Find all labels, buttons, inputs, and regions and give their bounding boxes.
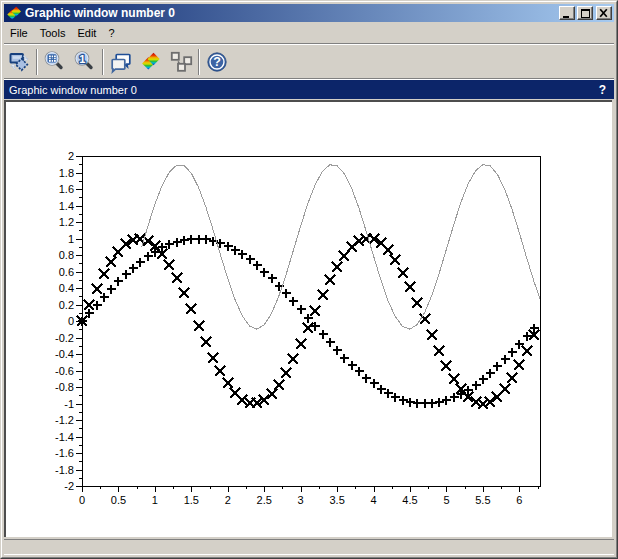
svg-text:-1.6: -1.6	[55, 447, 74, 459]
svg-text:-0.2: -0.2	[55, 332, 74, 344]
svg-text:3.5: 3.5	[329, 494, 344, 506]
svg-text:-0.8: -0.8	[55, 381, 74, 393]
svg-text:0.8: 0.8	[59, 249, 74, 261]
svg-text:5: 5	[443, 494, 449, 506]
svg-text:1: 1	[68, 233, 74, 245]
svg-text:-1.2: -1.2	[55, 414, 74, 426]
series-sin(x)	[78, 235, 539, 408]
svg-text:0: 0	[79, 494, 85, 506]
svg-text:-0.6: -0.6	[55, 365, 74, 377]
axes-and-ticks	[76, 156, 540, 492]
svg-text:1: 1	[152, 494, 158, 506]
statusbar	[4, 539, 614, 555]
svg-text:-1.4: -1.4	[55, 431, 74, 443]
tick-labels: 00.511.522.533.544.555.5621.81.61.41.210…	[55, 150, 522, 506]
svg-text:5.5: 5.5	[475, 494, 490, 506]
svg-text:0.5: 0.5	[111, 494, 126, 506]
svg-text:-1: -1	[64, 398, 74, 410]
svg-text:1.6: 1.6	[59, 183, 74, 195]
series-thin-gray-sine	[142, 165, 540, 330]
svg-text:-2: -2	[64, 480, 74, 492]
plot-axes: 00.511.522.533.544.555.5621.81.61.41.210…	[0, 0, 618, 559]
svg-text:0.4: 0.4	[59, 282, 74, 294]
svg-text:1.4: 1.4	[59, 200, 74, 212]
svg-text:2: 2	[68, 150, 74, 162]
graphic-window: Graphic window number 0 File Tools Edit …	[0, 0, 618, 559]
svg-text:6: 6	[516, 494, 522, 506]
svg-text:2: 2	[225, 494, 231, 506]
svg-text:0: 0	[68, 315, 74, 327]
svg-text:4.5: 4.5	[402, 494, 417, 506]
svg-text:-0.4: -0.4	[55, 348, 74, 360]
svg-text:4: 4	[371, 494, 377, 506]
svg-text:1.8: 1.8	[59, 167, 74, 179]
svg-text:0.6: 0.6	[59, 266, 74, 278]
svg-text:1.2: 1.2	[59, 216, 74, 228]
svg-text:-1.8: -1.8	[55, 464, 74, 476]
svg-text:3: 3	[298, 494, 304, 506]
svg-text:0.2: 0.2	[59, 299, 74, 311]
svg-text:1.5: 1.5	[184, 494, 199, 506]
svg-text:2.5: 2.5	[257, 494, 272, 506]
